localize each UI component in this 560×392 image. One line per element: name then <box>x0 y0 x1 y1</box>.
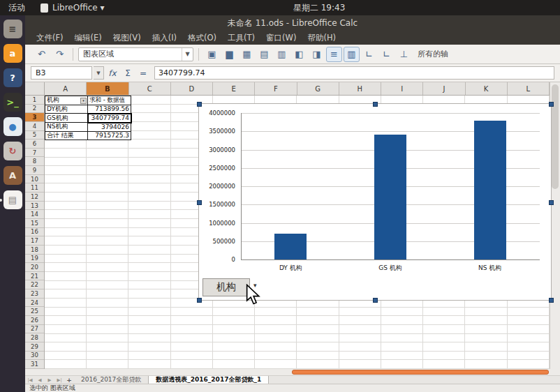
tab-nav-next[interactable]: ▶ <box>45 377 54 383</box>
x-axis-icon[interactable]: ∟ <box>361 47 377 62</box>
selection-handle[interactable] <box>197 102 202 107</box>
row-header-15[interactable]: 15 <box>25 219 44 228</box>
sum-button[interactable]: Σ <box>121 66 135 80</box>
legend-on-off-icon[interactable]: ▥ <box>274 47 290 62</box>
column-header-C[interactable]: C <box>129 82 171 95</box>
column-header-B[interactable]: B <box>87 82 128 95</box>
column-header-I[interactable]: I <box>381 82 423 95</box>
row-header-19[interactable]: 19 <box>25 255 44 264</box>
column-header-K[interactable]: K <box>466 82 508 95</box>
sheet-tab-2[interactable]: 数据透视表_2016_2017全部贷款_1 <box>148 376 269 384</box>
z-axis-icon[interactable]: ⊥ <box>396 47 412 62</box>
chart-type-icon[interactable]: ▆ <box>221 47 237 62</box>
chart-object[interactable]: 机构 ▾ 40000003500000300000025000002000000… <box>198 103 552 301</box>
y-axis-icon[interactable]: ∟ <box>378 47 395 62</box>
row-header-17[interactable]: 17 <box>25 236 44 246</box>
row-header-22[interactable]: 22 <box>25 280 44 289</box>
clock[interactable]: 星期二 19:43 <box>293 2 345 14</box>
row-header-6[interactable]: 6 <box>25 140 44 149</box>
row-header-14[interactable]: 14 <box>25 210 44 219</box>
column-header-G[interactable]: G <box>297 82 339 95</box>
cell-B2[interactable]: 713899.56 <box>88 105 131 114</box>
row-header-10[interactable]: 10 <box>25 175 44 184</box>
row-header-23[interactable]: 23 <box>25 289 44 299</box>
pivot-field-button[interactable]: 机构 <box>202 278 250 296</box>
column-header-J[interactable]: J <box>423 82 465 95</box>
menu-item-8[interactable]: 帮助(H) <box>302 32 341 44</box>
chevron-down-icon[interactable]: ▼ <box>182 48 193 61</box>
cell-B1[interactable]: 求和 - 数据值 <box>88 96 131 105</box>
format-selection-icon[interactable]: ▣ <box>204 47 220 62</box>
row-header-29[interactable]: 29 <box>25 342 44 352</box>
cell-B3[interactable]: 3407799.74 <box>88 114 131 123</box>
terminal-icon[interactable]: >_ <box>3 93 22 112</box>
horizontal-scrollbar[interactable] <box>25 369 560 375</box>
name-box[interactable]: B3 <box>31 66 92 80</box>
sheet-tab-1[interactable]: 2016_2017全部贷款 <box>74 376 148 384</box>
equals-button[interactable]: = <box>136 66 150 80</box>
tab-nav-prev[interactable]: ◀ <box>35 377 45 383</box>
cell-B4[interactable]: 3794026 <box>88 123 131 132</box>
selection-handle[interactable] <box>549 200 554 205</box>
column-header-D[interactable]: D <box>171 82 213 95</box>
row-header-7[interactable]: 7 <box>25 149 44 158</box>
row-header-11[interactable]: 11 <box>25 183 44 193</box>
column-header-A[interactable]: A <box>45 82 87 95</box>
chart-element-selector[interactable]: 图表区域 ▼ <box>78 47 193 61</box>
row-header-9[interactable]: 9 <box>25 166 44 175</box>
menu-item-3[interactable]: 视图(V) <box>108 32 146 44</box>
row-header-25[interactable]: 25 <box>25 307 44 316</box>
row-header-26[interactable]: 26 <box>25 316 44 325</box>
menu-item-6[interactable]: 工具(T) <box>223 32 260 44</box>
selection-handle[interactable] <box>197 200 202 205</box>
files-icon[interactable]: ≡ <box>3 20 22 38</box>
menu-item-1[interactable]: 文件(F) <box>31 32 68 44</box>
browser-icon[interactable]: ● <box>3 117 22 136</box>
tab-nav-first[interactable]: |◀ <box>25 377 35 383</box>
column-header-H[interactable]: H <box>339 82 381 95</box>
chart-bar-3[interactable] <box>474 121 506 259</box>
select-all-corner[interactable] <box>25 82 45 96</box>
cell-A3[interactable]: GS机构 <box>45 114 88 123</box>
legend-position-icon[interactable]: ▥ <box>344 47 360 62</box>
selection-handle[interactable] <box>373 298 378 303</box>
row-header-2[interactable]: 2 <box>25 105 44 114</box>
activities-button[interactable]: 活动 <box>0 2 34 14</box>
row-header-13[interactable]: 13 <box>25 202 44 211</box>
row-header-28[interactable]: 28 <box>25 333 44 342</box>
filter-dropdown-icon[interactable]: ▾ <box>80 98 87 104</box>
row-header-5[interactable]: 5 <box>25 131 44 140</box>
row-header-21[interactable]: 21 <box>25 272 44 281</box>
function-wizard-button[interactable]: fx <box>105 66 119 80</box>
row-header-1[interactable]: 1 <box>25 96 44 105</box>
menu-item-4[interactable]: 插入(I) <box>147 32 182 44</box>
column-header-F[interactable]: F <box>255 82 297 95</box>
chart-bar-2[interactable] <box>374 135 406 259</box>
row-header-18[interactable]: 18 <box>25 246 44 255</box>
cell-A1[interactable]: 机构▾ <box>45 96 88 105</box>
column-header-E[interactable]: E <box>213 82 255 95</box>
amazon-icon[interactable]: a <box>3 44 22 63</box>
selection-handle[interactable] <box>373 102 378 107</box>
cell-A2[interactable]: DY机构 <box>45 105 88 114</box>
scale-text-icon[interactable]: ◧ <box>291 47 307 62</box>
name-box-dropdown-icon[interactable]: ▼ <box>94 66 104 80</box>
cell-B5[interactable]: 7915725.3 <box>88 132 131 141</box>
cell-A4[interactable]: NS机构 <box>45 123 88 132</box>
row-header-20[interactable]: 20 <box>25 263 44 272</box>
selection-handle[interactable] <box>197 298 202 303</box>
app-menu[interactable]: LibreOffice ▾ <box>40 3 105 13</box>
automatic-layout-icon[interactable]: ◨ <box>309 47 325 62</box>
row-header-3[interactable]: 3 <box>25 113 44 122</box>
data-table-icon[interactable]: ▦ <box>239 47 255 62</box>
horizontal-scrollbar-thumb[interactable] <box>292 370 549 375</box>
titles-icon[interactable]: ▤ <box>256 47 272 62</box>
row-header-30[interactable]: 30 <box>25 352 44 361</box>
software-updater-icon[interactable]: ↻ <box>3 142 22 160</box>
formula-input[interactable]: 3407799.74 <box>154 66 554 80</box>
selection-handle[interactable] <box>549 102 554 107</box>
software-center-icon[interactable]: A <box>3 166 22 185</box>
row-header-8[interactable]: 8 <box>25 157 44 166</box>
help-icon[interactable]: ? <box>3 68 22 87</box>
row-header-16[interactable]: 16 <box>25 228 44 237</box>
